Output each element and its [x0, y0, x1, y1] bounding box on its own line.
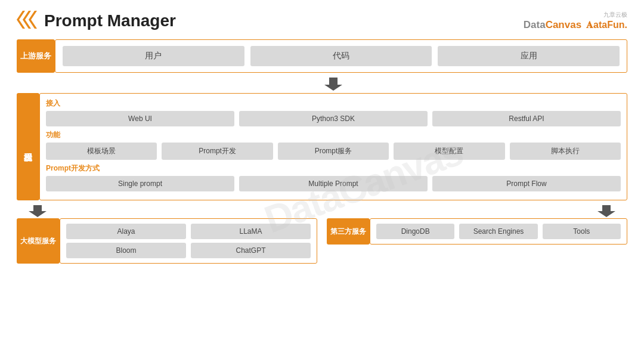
bottom-area: 大模型服务 Alaya LLaMA Bloom ChatGPT: [17, 205, 627, 264]
upstream-label: 上游服务: [17, 39, 55, 73]
arrow-down-3-container: [327, 205, 627, 217]
llm-chatgpt: ChatGPT: [191, 243, 311, 258]
logos-group: 九章云极 DataCanvas 𝐀ataFun.: [524, 11, 627, 31]
prompt-eng-row: 提示工程 接入 Web UI Python3 SDK Restful API 功…: [17, 93, 627, 200]
header: Prompt Manager 九章云极 DataCanvas 𝐀ataFun.: [17, 11, 627, 31]
upstream-item-user: 用户: [63, 46, 244, 66]
header-left: Prompt Manager: [17, 11, 176, 31]
third-party-row: 第三方服务 DingoDB Search Engines Tools: [327, 218, 627, 245]
func-prompt-svc: Prompt服务: [278, 143, 389, 160]
svg-marker-3: [324, 78, 342, 91]
func-prompt-dev: Prompt开发: [162, 143, 273, 160]
upstream-item-code: 代码: [250, 46, 432, 66]
third-party-label: 第三方服务: [327, 218, 370, 245]
func-script: 脚本执行: [510, 143, 621, 160]
llm-content: Alaya LLaMA Bloom ChatGPT: [60, 218, 317, 264]
third-dingodb: DingoDB: [376, 224, 454, 239]
third-tools: Tools: [543, 224, 621, 239]
dev-flow: Prompt Flow: [432, 176, 621, 191]
llm-alaya: Alaya: [66, 224, 186, 239]
dev-boxes: Single prompt Multiple Prompt Prompt Flo…: [46, 176, 621, 191]
upstream-row: 上游服务 用户 代码 应用: [17, 39, 627, 73]
third-party-column: 第三方服务 DingoDB Search Engines Tools: [327, 205, 627, 264]
page: DataCanvas Prompt Manager 九章云极 DataCanva…: [0, 0, 644, 362]
llm-label: 大模型服务: [17, 218, 60, 264]
arrow-down-2-container: [17, 205, 317, 217]
func-boxes: 模板场景 Prompt开发 Prompt服务 模型配置 脚本执行: [46, 143, 621, 160]
llm-row1: Alaya LLaMA: [66, 224, 311, 239]
svg-marker-2: [29, 11, 37, 29]
datafun-logo: 𝐀ataFun.: [586, 20, 627, 30]
arrow-down-1: [39, 78, 627, 91]
third-party-content: DingoDB Search Engines Tools: [370, 218, 627, 245]
access-api: Restful API: [432, 111, 621, 126]
access-boxes: Web UI Python3 SDK Restful API: [46, 111, 621, 126]
datacanvas-logo: DataCanvas: [524, 19, 581, 31]
svg-marker-4: [29, 205, 47, 217]
access-sdk: Python3 SDK: [239, 111, 428, 126]
llm-bloom: Bloom: [66, 243, 186, 258]
llm-llama: LLaMA: [191, 224, 311, 239]
dev-label: Prompt开发方式: [46, 163, 621, 174]
llm-row2: Bloom ChatGPT: [66, 243, 311, 258]
svg-marker-5: [597, 205, 615, 217]
llm-column: 大模型服务 Alaya LLaMA Bloom ChatGPT: [17, 205, 317, 264]
upstream-item-app: 应用: [438, 46, 620, 66]
func-label: 功能: [46, 130, 621, 140]
jiuzhang-label: 九章云极: [603, 11, 627, 19]
upstream-content: 用户 代码 应用: [55, 39, 627, 73]
dev-single: Single prompt: [46, 176, 234, 191]
access-webui: Web UI: [46, 111, 234, 126]
prompt-eng-label: 提示工程: [17, 93, 39, 200]
prompt-eng-content: 接入 Web UI Python3 SDK Restful API 功能 模板场…: [39, 93, 627, 200]
chevron-icon: [17, 11, 38, 31]
access-label: 接入: [46, 98, 621, 109]
logos-row: DataCanvas 𝐀ataFun.: [524, 19, 627, 31]
dev-multiple: Multiple Prompt: [239, 176, 428, 191]
llm-row: 大模型服务 Alaya LLaMA Bloom ChatGPT: [17, 218, 317, 264]
third-search-engines: Search Engines: [459, 224, 537, 239]
func-model-config: 模型配置: [394, 143, 504, 160]
diagram: 上游服务 用户 代码 应用 提示工程 接入 Web UI Python3 SDK: [17, 39, 627, 264]
header-logos: 九章云极 DataCanvas 𝐀ataFun.: [524, 11, 627, 31]
func-template: 模板场景: [46, 143, 157, 160]
page-title: Prompt Manager: [44, 11, 176, 30]
